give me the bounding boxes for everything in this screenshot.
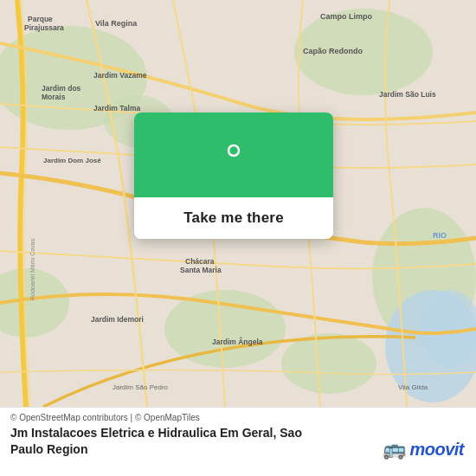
svg-text:Santa Maria: Santa Maria [180, 266, 222, 274]
svg-point-6 [281, 333, 376, 394]
svg-text:Pirajussara: Pirajussara [24, 23, 64, 32]
svg-text:Jardim dos: Jardim dos [42, 84, 81, 93]
svg-text:Vila Gilda: Vila Gilda [398, 383, 428, 391]
map-container: Parque Pirajussara Vila Regina Campo Lim… [0, 0, 476, 407]
svg-text:Jardim Ângela: Jardim Ângela [212, 337, 263, 346]
app: Parque Pirajussara Vila Regina Campo Lim… [0, 0, 476, 476]
moovit-bus-icon: 🚌 [383, 438, 406, 460]
svg-text:Jardim Talma: Jardim Talma [93, 104, 140, 113]
svg-text:Vila Regina: Vila Regina [95, 19, 138, 28]
moovit-brand-text: moovit [409, 440, 464, 460]
location-pin-icon [211, 133, 256, 178]
svg-text:Jardim Dom José: Jardim Dom José [43, 157, 101, 164]
bottom-bar: © OpenStreetMap contributors | © OpenMap… [0, 407, 476, 476]
svg-text:RIO: RIO [433, 231, 447, 240]
svg-text:Rodoanel Mário Covas: Rodoanel Mário Covas [29, 238, 35, 300]
svg-text:Chácara: Chácara [185, 257, 215, 266]
svg-text:Campo Limpo: Campo Limpo [320, 12, 373, 21]
take-me-there-button[interactable]: Take me there [134, 197, 333, 239]
map-attribution: © OpenStreetMap contributors | © OpenMap… [10, 413, 466, 422]
svg-text:Morais: Morais [42, 93, 66, 101]
svg-text:Jardim Idemori: Jardim Idemori [91, 315, 144, 324]
svg-text:Jardim Vazame: Jardim Vazame [93, 71, 147, 80]
svg-text:Parque: Parque [28, 15, 53, 23]
svg-text:Jardim São Luis: Jardim São Luis [379, 90, 436, 99]
svg-text:Jardim São Pedro: Jardim São Pedro [113, 383, 169, 391]
place-name: Jm Instalacoes Eletrica e Hidraulica Em … [10, 425, 331, 458]
moovit-logo: 🚌 moovit [383, 438, 464, 460]
button-card: Take me there [134, 113, 333, 239]
pin-area [134, 113, 333, 197]
svg-text:Capão Redondo: Capão Redondo [303, 47, 363, 55]
